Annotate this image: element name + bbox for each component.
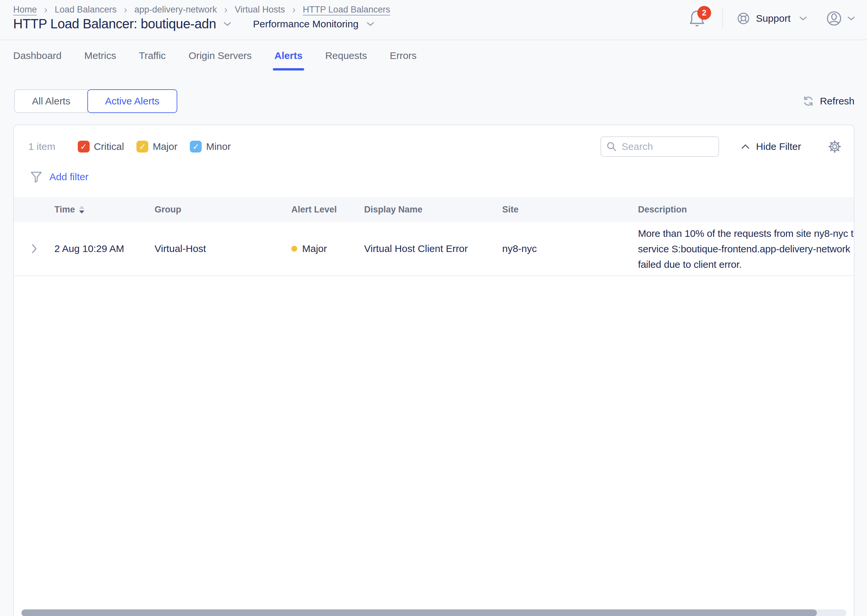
header-divider xyxy=(722,8,723,29)
description-text: More than 10% of the requests from site … xyxy=(638,226,854,272)
search-box xyxy=(600,137,719,157)
horizontal-scrollbar-thumb[interactable] xyxy=(21,610,817,616)
row-expand-chevron-icon[interactable] xyxy=(31,243,38,254)
page-title: HTTP Load Balancer: boutique-adn xyxy=(13,16,216,31)
tab-requests[interactable]: Requests xyxy=(325,50,367,71)
add-filter-button[interactable]: Add filter xyxy=(30,171,854,183)
support-chevron-down-icon xyxy=(799,16,807,21)
top-header: Home Load Balancers app-delivery-network… xyxy=(0,0,867,40)
refresh-icon xyxy=(802,95,814,107)
breadcrumb-separator-icon xyxy=(37,4,55,15)
tab-origin-servers[interactable]: Origin Servers xyxy=(189,50,252,71)
header-time[interactable]: Time xyxy=(54,204,154,215)
sort-descending-icon[interactable] xyxy=(79,206,84,214)
all-alerts-button[interactable]: All Alerts xyxy=(14,89,88,113)
severity-filter-major[interactable]: Major xyxy=(137,141,177,152)
title-row: HTTP Load Balancer: boutique-adn Perform… xyxy=(13,16,374,31)
breadcrumb-namespace[interactable]: app-delivery-network xyxy=(134,5,217,15)
support-label: Support xyxy=(756,13,791,24)
tab-errors[interactable]: Errors xyxy=(390,50,417,71)
account-chevron-down-icon xyxy=(847,16,855,21)
header-group[interactable]: Group xyxy=(154,204,291,215)
severity-filter-critical[interactable]: Critical xyxy=(78,141,124,152)
support-menu[interactable]: Support xyxy=(737,12,807,25)
cell-site: ny8-nyc xyxy=(502,243,638,254)
cell-alert-level: Major xyxy=(291,243,364,254)
tab-dashboard[interactable]: Dashboard xyxy=(13,50,61,71)
major-severity-dot-icon xyxy=(291,246,297,251)
hide-filter-button[interactable]: Hide Filter xyxy=(741,141,801,152)
header-alert-level[interactable]: Alert Level xyxy=(291,204,364,215)
checkbox-minor-checked-icon[interactable] xyxy=(190,141,202,152)
mode-selector-label: Performance Monitoring xyxy=(253,19,359,30)
alerts-toolbar: All Alerts Active Alerts Refresh xyxy=(14,89,854,113)
table-settings-gear-icon[interactable] xyxy=(828,140,841,153)
header-description[interactable]: Description xyxy=(638,204,854,215)
horizontal-scrollbar-track[interactable] xyxy=(21,610,847,616)
cell-description: More than 10% of the requests from site … xyxy=(638,226,854,272)
breadcrumb-separator-icon xyxy=(116,4,134,15)
title-chevron-down-icon[interactable] xyxy=(223,21,231,27)
hide-filter-label: Hide Filter xyxy=(756,141,801,152)
breadcrumb-separator-icon xyxy=(217,4,234,15)
tab-metrics[interactable]: Metrics xyxy=(84,50,116,71)
header-display-name[interactable]: Display Name xyxy=(364,204,502,215)
cell-display-name: Virtual Host Client Error xyxy=(364,243,502,254)
account-menu[interactable] xyxy=(826,11,855,26)
breadcrumb-http-load-balancers-link[interactable]: HTTP Load Balancers xyxy=(303,5,390,15)
notification-count-badge: 2 xyxy=(697,6,711,20)
filter-bar: 1 item Critical Major Minor xyxy=(28,137,846,157)
header-time-label: Time xyxy=(54,204,75,215)
severity-filter-minor[interactable]: Minor xyxy=(190,141,231,152)
alerts-view-toggle: All Alerts Active Alerts xyxy=(14,89,177,113)
tab-traffic[interactable]: Traffic xyxy=(139,50,166,71)
header-site[interactable]: Site xyxy=(502,204,638,215)
refresh-label: Refresh xyxy=(820,96,854,107)
mode-chevron-down-icon xyxy=(367,21,374,27)
alerts-table: Time Group Alert Level Display Name Site… xyxy=(14,197,854,276)
severity-minor-label: Minor xyxy=(206,141,231,152)
breadcrumb-virtual-hosts[interactable]: Virtual Hosts xyxy=(234,5,285,15)
funnel-icon xyxy=(30,171,42,183)
cell-time: 2 Aug 10:29 AM xyxy=(54,243,154,254)
cell-group: Virtual-Host xyxy=(154,243,291,254)
mode-selector[interactable]: Performance Monitoring xyxy=(253,19,374,30)
refresh-button[interactable]: Refresh xyxy=(802,95,854,107)
item-count: 1 item xyxy=(28,141,55,152)
search-icon xyxy=(606,141,617,152)
checkbox-critical-checked-icon[interactable] xyxy=(78,141,90,152)
add-filter-label: Add filter xyxy=(49,171,88,182)
active-alerts-button[interactable]: Active Alerts xyxy=(87,89,177,113)
checkbox-major-checked-icon[interactable] xyxy=(137,141,148,152)
tab-alerts[interactable]: Alerts xyxy=(274,50,302,71)
search-input[interactable] xyxy=(622,141,713,152)
top-actions: 2 Support xyxy=(688,6,855,31)
breadcrumb-home-link[interactable]: Home xyxy=(13,5,37,15)
breadcrumb: Home Load Balancers app-delivery-network… xyxy=(13,4,390,15)
tab-bar: Dashboard Metrics Traffic Origin Servers… xyxy=(13,50,417,71)
breadcrumb-load-balancers[interactable]: Load Balancers xyxy=(55,5,116,15)
alert-level-label: Major xyxy=(302,243,327,254)
support-lifering-icon xyxy=(737,12,750,25)
severity-major-label: Major xyxy=(153,141,177,152)
alerts-card: 1 item Critical Major Minor xyxy=(13,124,854,616)
notifications-bell-icon[interactable]: 2 xyxy=(688,9,706,28)
table-header-row: Time Group Alert Level Display Name Site… xyxy=(14,197,854,222)
severity-critical-label: Critical xyxy=(94,141,124,152)
chevron-up-icon xyxy=(741,144,750,149)
user-avatar-icon xyxy=(826,11,842,26)
table-row: 2 Aug 10:29 AM Virtual-Host Major Virtua… xyxy=(14,222,854,276)
breadcrumb-separator-icon xyxy=(285,4,303,15)
